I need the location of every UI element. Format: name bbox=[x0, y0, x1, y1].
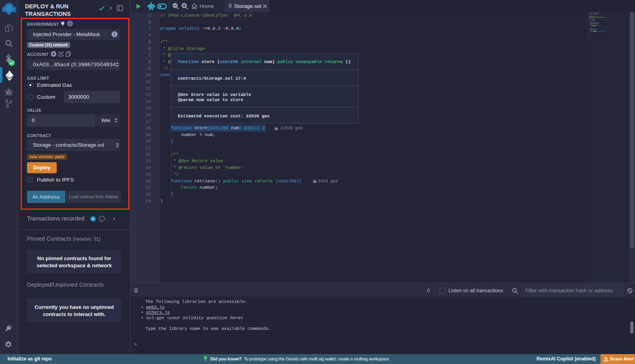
svg-text:i: i bbox=[69, 21, 71, 26]
svg-text:i: i bbox=[101, 217, 102, 221]
